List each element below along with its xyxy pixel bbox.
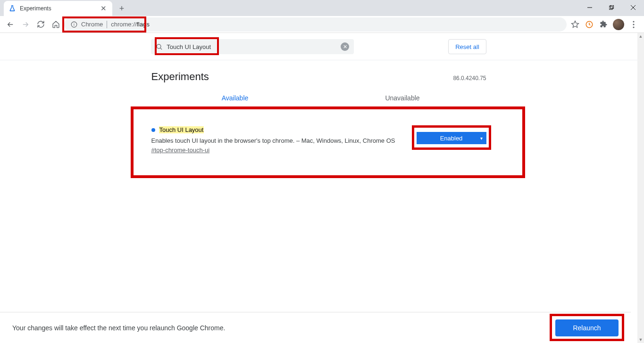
vertical-scrollbar[interactable]: ▲ ▼ [637,33,644,343]
address-bar[interactable]: i Chrome chrome://flags [64,17,567,32]
forward-button[interactable] [19,18,32,31]
omnibox-url: chrome://flags [111,21,150,28]
svg-rect-1 [609,6,612,9]
relaunch-button[interactable]: Relaunch [555,319,619,336]
tab-title: Experiments [20,5,96,12]
search-icon [156,43,163,50]
flag-title: Touch UI Layout [159,126,204,133]
svg-rect-2 [611,5,614,8]
flag-result: Touch UI Layout Enables touch UI layout … [151,109,486,163]
back-button[interactable] [4,18,17,31]
profile-avatar[interactable] [613,19,624,30]
extensions-puzzle-icon[interactable] [599,20,608,29]
omnibox-scheme-badge: Chrome [81,21,103,28]
footer-message: Your changes will take effect the next t… [12,324,225,332]
site-info-icon[interactable]: i [71,21,77,28]
heading-row: Experiments 86.0.4240.75 [151,60,486,88]
address-bar-wrap: i Chrome chrome://flags [64,17,567,32]
flags-search-row: Touch UI Layout ✕ Reset all [0,33,637,60]
browser-tab[interactable]: Experiments ✕ [4,1,112,16]
flags-search-input[interactable]: Touch UI Layout ✕ [151,39,354,54]
search-value: Touch UI Layout [167,43,211,50]
relaunch-footer: Your changes will take effect the next t… [0,312,631,343]
chrome-version: 86.0.4240.75 [453,75,486,82]
extension-icon[interactable] [585,20,594,29]
reset-all-button[interactable]: Reset all [448,39,486,54]
tab-strip: Experiments ✕ + [0,0,644,16]
flag-description: Enables touch UI layout in the browser's… [151,136,407,146]
page-content: Touch UI Layout ✕ Reset all Experiments … [0,33,637,343]
svg-point-9 [633,24,634,25]
modified-dot-icon [151,128,155,132]
home-button[interactable] [49,18,62,31]
flag-select-wrap: Enabled ▾ [417,132,486,144]
flag-anchor-link[interactable]: #top-chrome-touch-ui [151,147,210,154]
flag-state-select[interactable]: Enabled [417,132,486,144]
maximize-button[interactable] [601,0,622,15]
tab-unavailable[interactable]: Unavailable [319,88,486,109]
svg-point-10 [633,26,634,28]
svg-line-12 [160,48,162,49]
scroll-down-icon[interactable]: ▼ [637,336,644,343]
tab-close-button[interactable]: ✕ [100,4,108,13]
bookmark-star-icon[interactable] [570,20,580,29]
kebab-menu-icon[interactable] [629,20,638,29]
toolbar-actions [569,19,640,30]
minimize-button[interactable] [579,0,601,15]
reload-button[interactable] [34,18,47,31]
window-controls [579,0,644,15]
page-heading: Experiments [151,71,209,83]
svg-text:i: i [74,22,75,26]
scroll-up-icon[interactable]: ▲ [637,33,644,40]
svg-point-8 [633,21,634,22]
flask-icon [8,5,16,12]
svg-point-11 [157,44,161,49]
omnibox-separator [107,21,107,28]
clear-search-button[interactable]: ✕ [341,42,349,51]
new-tab-button[interactable]: + [115,2,128,15]
browser-toolbar: i Chrome chrome://flags [0,16,644,33]
close-window-button[interactable] [622,0,644,15]
flags-tabs: Available Unavailable [151,88,486,109]
tab-available[interactable]: Available [151,88,319,109]
search-box-wrap: Touch UI Layout ✕ [151,39,354,54]
